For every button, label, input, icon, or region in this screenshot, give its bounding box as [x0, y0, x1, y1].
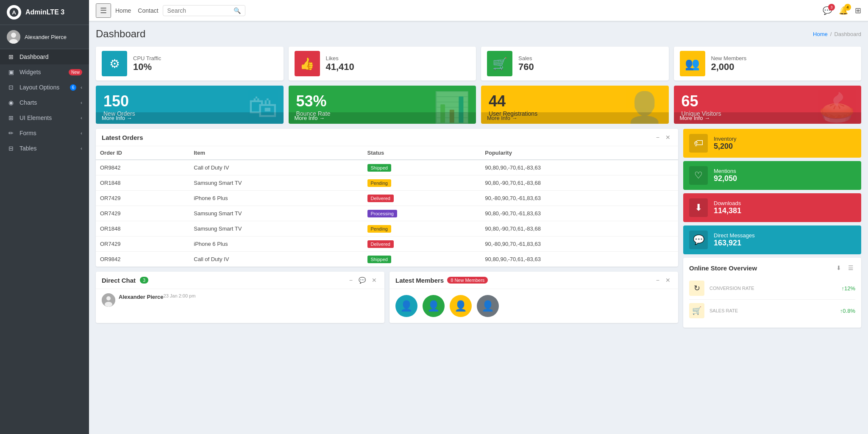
chevron-icon: ‹	[81, 85, 82, 90]
mentions-stat[interactable]: ♡ Mentions 92,050	[683, 161, 861, 190]
search-input[interactable]	[167, 7, 231, 14]
order-popularity-cell: 90,-80,90,70,-61,83,63	[481, 191, 678, 206]
conversion-label: CONVERSION RATE	[709, 286, 754, 291]
mentions-icon: ♡	[689, 166, 708, 185]
main-column: Latest Orders − ✕ Order ID Item	[96, 129, 678, 331]
sidebar-item-widgets[interactable]: ▣ Widgets New	[0, 64, 89, 80]
sales-rate-metric: 🛒 SALES RATE ↑0.8%	[689, 300, 855, 322]
order-id-cell: OR9842	[96, 160, 189, 175]
bottom-row: Direct Chat 3 − 💬 ✕	[96, 272, 678, 328]
col-popularity: Popularity	[481, 146, 678, 160]
brand-name: AdminLTE 3	[25, 8, 64, 16]
sidebar-item-label: Widgets	[19, 69, 64, 75]
orders-card-header: Latest Orders − ✕	[96, 129, 678, 146]
store-download-button[interactable]: ⬇	[835, 264, 843, 272]
layout-badge: 6	[70, 84, 77, 91]
table-row: OR9842 Call of Duty IV Shipped 90,80,90,…	[96, 252, 678, 267]
status-badge: Pending	[367, 225, 391, 233]
info-box-content: Likes 41,410	[326, 55, 354, 72]
order-item-cell: Samsung Smart TV	[189, 221, 363, 236]
sidebar-item-dashboard[interactable]: ⊞ Dashboard	[0, 49, 89, 64]
avatar	[7, 30, 20, 44]
order-popularity-cell: 90,-80,90,70,-61,83,63	[481, 236, 678, 252]
orders-footer[interactable]: More Info →	[96, 112, 284, 124]
members-label: New Members	[711, 55, 747, 61]
chat-icon-button[interactable]: 💬	[357, 276, 367, 284]
downloads-stat[interactable]: ⬇ Downloads 114,381	[683, 193, 861, 222]
member-avatar-1: 👤	[395, 295, 417, 317]
members-icon: 👥	[680, 51, 705, 76]
stat-box-registrations[interactable]: 44 User Registrations 👤 More Info →	[481, 86, 669, 124]
likes-label: Likes	[326, 55, 354, 61]
bounce-footer[interactable]: More Info →	[289, 112, 476, 124]
visitors-footer[interactable]: More Info →	[674, 112, 862, 124]
members-minimize-button[interactable]: −	[654, 276, 661, 284]
breadcrumb-home[interactable]: Home	[813, 31, 828, 37]
chevron-icon: ‹	[81, 115, 82, 120]
sidebar-item-layout[interactable]: ⊡ Layout Options 6 ‹	[0, 80, 89, 95]
order-item-cell: Call of Duty IV	[189, 252, 363, 267]
downloads-value: 114,381	[714, 206, 741, 215]
orders-table: Order ID Item Status Popularity OR9842 C…	[96, 146, 678, 267]
tables-icon: ⊟	[7, 145, 15, 152]
apps-button[interactable]: ⊞	[855, 6, 861, 15]
conversion-change: ↑12%	[841, 285, 855, 292]
orders-card-tools: − ✕	[654, 133, 672, 142]
layout-icon: ⊡	[7, 84, 15, 91]
direct-messages-stat[interactable]: 💬 Direct Messages 163,921	[683, 225, 861, 254]
status-badge: Processing	[367, 210, 397, 217]
breadcrumb-separator: /	[830, 31, 832, 37]
downloads-content: Downloads 114,381	[714, 200, 741, 215]
reg-footer[interactable]: More Info →	[481, 112, 669, 124]
chat-minimize-button[interactable]: −	[348, 276, 354, 284]
sidebar-item-forms[interactable]: ✏ Forms ‹	[0, 125, 89, 141]
sidebar-username: Alexander Pierce	[25, 34, 67, 40]
latest-members-card: Latest Members 8 New Members − ✕ 👤 👤 👤	[389, 272, 678, 323]
sidebar-item-tables[interactable]: ⊟ Tables ‹	[0, 141, 89, 156]
messages-button[interactable]: 💬 3	[823, 6, 832, 15]
sidebar-item-label: Forms	[19, 130, 76, 136]
chat-header: Direct Chat 3 − 💬 ✕	[96, 272, 384, 289]
order-popularity-cell: 90,80,-90,70,61,-83,68	[481, 221, 678, 236]
info-box-members: 👥 New Members 2,000	[674, 47, 862, 81]
conversion-info: CONVERSION RATE	[709, 286, 754, 291]
store-menu-button[interactable]: ☰	[846, 264, 855, 272]
conversion-icon: ↻	[689, 281, 704, 296]
svg-point-6	[106, 296, 111, 300]
charts-icon: ◉	[7, 99, 15, 106]
online-store-overview: Online Store Overview ⬇ ☰ ↻ CONVERSION R…	[683, 258, 861, 328]
mentions-content: Mentions 92,050	[714, 168, 737, 183]
sales-value: 760	[518, 61, 534, 72]
main-row: Latest Orders − ✕ Order ID Item	[96, 129, 861, 331]
notifications-button[interactable]: 🔔 4	[839, 6, 848, 15]
status-badge: Pending	[367, 179, 391, 187]
sidebar-toggle-button[interactable]: ☰	[96, 3, 111, 18]
store-title: Online Store Overview ⬇ ☰	[689, 264, 855, 272]
sidebar-item-ui[interactable]: ⊞ UI Elements ‹	[0, 110, 89, 125]
order-popularity-cell: 90,80,90,-70,61,-83,63	[481, 160, 678, 175]
chat-close-button[interactable]: ✕	[370, 276, 378, 284]
order-status-cell: Pending	[363, 221, 481, 236]
order-item-cell: Call of Duty IV	[189, 160, 363, 175]
minimize-button[interactable]: −	[654, 133, 661, 142]
topbar-nav-home[interactable]: Home	[115, 7, 131, 14]
sales-rate-info: SALES RATE	[709, 308, 738, 313]
sidebar-brand: A AdminLTE 3	[0, 0, 89, 25]
members-header: Latest Members 8 New Members − ✕	[389, 272, 678, 289]
members-close-button[interactable]: ✕	[664, 276, 672, 284]
info-boxes-row: ⚙ CPU Traffic 10% 👍 Likes 41,410 🛒 Sales…	[96, 47, 861, 81]
sidebar-item-charts[interactable]: ◉ Charts ‹	[0, 95, 89, 110]
chat-badge: 3	[140, 277, 148, 284]
status-badge: Shipped	[367, 256, 391, 263]
inventory-stat[interactable]: 🏷 Inventory 5,200	[683, 129, 861, 158]
cpu-label: CPU Traffic	[133, 55, 161, 61]
search-form: 🔍	[163, 5, 245, 16]
widgets-icon: ▣	[7, 69, 15, 75]
stat-box-bounce[interactable]: 53% Bounce Rate 📊 More Info →	[289, 86, 476, 124]
stat-box-visitors[interactable]: 65 Unique Visitors 🥧 More Info →	[674, 86, 862, 124]
widgets-badge: New	[69, 69, 82, 75]
topbar-nav-contact[interactable]: Contact	[138, 7, 158, 14]
stat-box-orders[interactable]: 150 New Orders 🛍 More Info →	[96, 86, 284, 124]
direct-chat-card: Direct Chat 3 − 💬 ✕	[96, 272, 384, 323]
close-button[interactable]: ✕	[664, 133, 672, 142]
